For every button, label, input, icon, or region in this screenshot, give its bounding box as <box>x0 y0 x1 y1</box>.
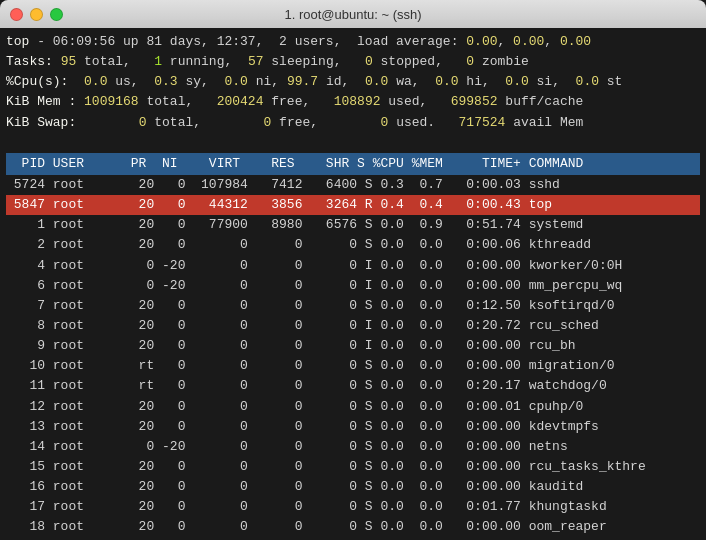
table-row: 5724 root 20 0 107984 7412 6400 S 0.3 0.… <box>6 175 700 195</box>
maximize-button[interactable] <box>50 8 63 21</box>
table-row: 8 root 20 0 0 0 0 I 0.0 0.0 0:20.72 rcu_… <box>6 316 700 336</box>
top-label: top <box>6 34 29 49</box>
table-row: 6 root 0 -20 0 0 0 I 0.0 0.0 0:00.00 mm_… <box>6 276 700 296</box>
table-row: 2 root 20 0 0 0 0 S 0.0 0.0 0:00.06 kthr… <box>6 235 700 255</box>
table-row: 11 root rt 0 0 0 0 S 0.0 0.0 0:20.17 wat… <box>6 376 700 396</box>
spacer-line <box>6 133 700 153</box>
titlebar: 1. root@ubuntu: ~ (ssh) <box>0 0 706 28</box>
table-row: 12 root 20 0 0 0 0 S 0.0 0.0 0:00.01 cpu… <box>6 397 700 417</box>
table-row: 9 root 20 0 0 0 0 I 0.0 0.0 0:00.00 rcu_… <box>6 336 700 356</box>
table-row: 18 root 20 0 0 0 0 S 0.0 0.0 0:00.00 oom… <box>6 517 700 537</box>
table-header: PID USER PR NI VIRT RES SHR S %CPU %MEM … <box>6 153 700 175</box>
table-row: 7 root 20 0 0 0 0 S 0.0 0.0 0:12.50 ksof… <box>6 296 700 316</box>
minimize-button[interactable] <box>30 8 43 21</box>
table-row: 5847 root 20 0 44312 3856 3264 R 0.4 0.4… <box>6 195 700 215</box>
cpu-line: %Cpu(s): 0.0 us, 0.3 sy, 0.0 ni, 99.7 id… <box>6 72 700 92</box>
window: 1. root@ubuntu: ~ (ssh) top - 06:09:56 u… <box>0 0 706 540</box>
swap-line: KiB Swap: 0 total, 0 free, 0 used. 71752… <box>6 113 700 133</box>
table-row: 4 root 0 -20 0 0 0 I 0.0 0.0 0:00.00 kwo… <box>6 256 700 276</box>
tasks-line: Tasks: 95 total, 1 running, 57 sleeping,… <box>6 52 700 72</box>
table-row: 16 root 20 0 0 0 0 S 0.0 0.0 0:00.00 kau… <box>6 477 700 497</box>
window-controls <box>10 8 63 21</box>
mem-line: KiB Mem : 1009168 total, 200424 free, 10… <box>6 92 700 112</box>
table-row: 1 root 20 0 77900 8980 6576 S 0.0 0.9 0:… <box>6 215 700 235</box>
table-row: 13 root 20 0 0 0 0 S 0.0 0.0 0:00.00 kde… <box>6 417 700 437</box>
table-row: 10 root rt 0 0 0 0 S 0.0 0.0 0:00.00 mig… <box>6 356 700 376</box>
close-button[interactable] <box>10 8 23 21</box>
table-row: 17 root 20 0 0 0 0 S 0.0 0.0 0:01.77 khu… <box>6 497 700 517</box>
terminal[interactable]: top - 06:09:56 up 81 days, 12:37, 2 user… <box>0 28 706 540</box>
table-row: 14 root 0 -20 0 0 0 S 0.0 0.0 0:00.00 ne… <box>6 437 700 457</box>
top-line1: top - 06:09:56 up 81 days, 12:37, 2 user… <box>6 32 700 52</box>
table-row: 15 root 20 0 0 0 0 S 0.0 0.0 0:00.00 rcu… <box>6 457 700 477</box>
process-table: 5724 root 20 0 107984 7412 6400 S 0.3 0.… <box>6 175 700 540</box>
window-title: 1. root@ubuntu: ~ (ssh) <box>284 7 421 22</box>
